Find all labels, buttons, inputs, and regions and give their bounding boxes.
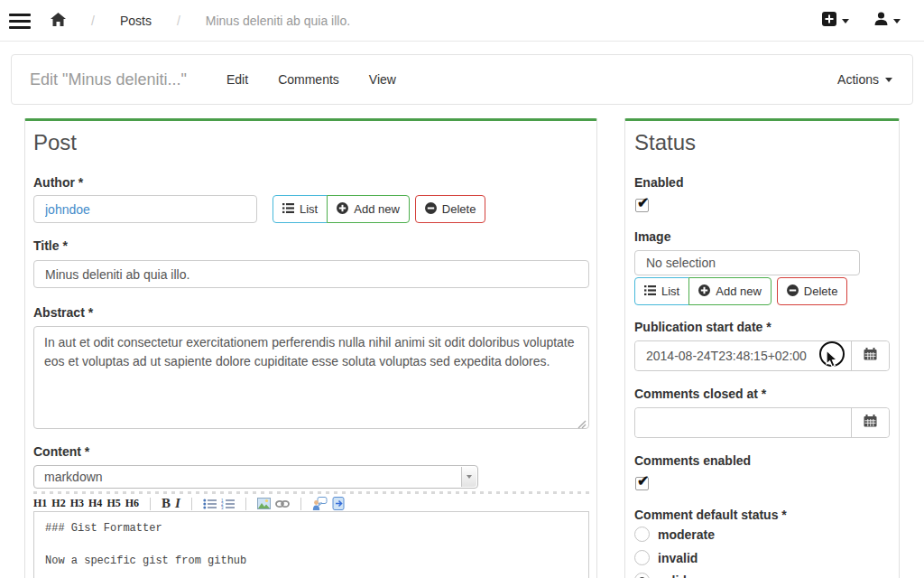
add-new-button-label: Add new: [716, 284, 762, 298]
plus-circle-icon: [698, 284, 710, 299]
radio-option-invalid[interactable]: invalid: [634, 550, 698, 565]
publication-start-date-label: Publication start date *: [634, 320, 772, 334]
markdown-toolbar: H1 H2 H3 H4 H5 H6 B I 123: [33, 496, 346, 511]
bullet-list-icon[interactable]: [203, 499, 217, 509]
home-icon[interactable]: [51, 13, 66, 30]
radio-option-moderate[interactable]: moderate: [634, 527, 715, 542]
heading2-button[interactable]: H2: [51, 497, 65, 510]
radio-option-valid[interactable]: valid: [634, 573, 687, 578]
radio-label: moderate: [658, 527, 715, 542]
breadcrumb-separator: /: [91, 14, 95, 28]
code-block-icon[interactable]: [332, 497, 346, 510]
tab-edit[interactable]: Edit: [226, 72, 248, 87]
radio-icon: [634, 527, 650, 542]
svg-text:3: 3: [221, 506, 224, 509]
image-list-button[interactable]: List: [634, 277, 689, 305]
abstract-field[interactable]: In aut et odit consectetur exercitatione…: [33, 326, 589, 429]
status-panel-title: Status: [634, 130, 696, 155]
toolbar-separator: [191, 498, 192, 510]
check-icon: ✔: [637, 472, 649, 489]
heading4-button[interactable]: H4: [88, 497, 102, 510]
select-arrow-icon: [461, 467, 476, 487]
toolbar-separator: [300, 498, 301, 510]
list-icon: [282, 202, 294, 216]
list-button-label: List: [661, 284, 679, 298]
breadcrumb: / Posts / Minus deleniti ab quia illo.: [0, 0, 350, 42]
post-panel-title: Post: [33, 130, 77, 155]
comments-closed-at-field[interactable]: [635, 408, 852, 437]
breadcrumb-separator: /: [177, 14, 180, 28]
user-icon: [874, 12, 888, 30]
author-list-button[interactable]: List: [273, 195, 328, 223]
publication-date-picker-button[interactable]: [851, 341, 889, 370]
check-icon: ✔: [637, 194, 649, 211]
author-add-new-button[interactable]: Add new: [327, 195, 410, 223]
tab-view[interactable]: View: [369, 72, 396, 87]
comments-enabled-label: Comments enabled: [634, 453, 751, 468]
header-tabs: Edit Comments View: [226, 72, 396, 87]
tab-comments[interactable]: Comments: [278, 72, 339, 87]
minus-circle-icon: [425, 202, 437, 217]
author-label: Author *: [33, 175, 83, 190]
editor-divider: [33, 491, 589, 494]
title-field[interactable]: [33, 260, 589, 288]
publication-start-date-group: [634, 340, 890, 371]
caret-down-icon: [885, 78, 892, 82]
comments-closed-at-group: [634, 407, 890, 438]
toolbar-separator: [245, 498, 246, 510]
menu-icon[interactable]: [9, 14, 31, 29]
insert-link-icon[interactable]: [275, 499, 290, 508]
title-label: Title *: [33, 238, 68, 253]
heading6-button[interactable]: H6: [125, 497, 139, 510]
toolbar-separator: [150, 498, 151, 510]
abstract-label: Abstract *: [33, 305, 93, 320]
breadcrumb-current-page: Minus deleniti ab quia illo.: [206, 14, 350, 28]
quote-user-icon[interactable]: [312, 497, 328, 510]
content-editor[interactable]: ### Gist Formatter Now a specific gist f…: [33, 511, 589, 578]
insert-image-icon[interactable]: [257, 498, 271, 509]
image-add-new-button[interactable]: Add new: [688, 277, 772, 305]
caret-down-icon: [842, 19, 849, 23]
content-format-value: markdown: [44, 470, 103, 484]
italic-button[interactable]: I: [175, 496, 180, 511]
plus-square-icon: [822, 12, 836, 30]
author-reference-buttons: List Add new Delete: [273, 195, 485, 223]
enabled-label: Enabled: [634, 175, 683, 190]
content-label: Content *: [33, 444, 89, 459]
status-form-panel: Status Enabled ✔ Image List Add new Dele…: [624, 118, 900, 578]
author-field[interactable]: [33, 195, 257, 223]
actions-label: Actions: [837, 72, 879, 87]
breadcrumb-posts-link[interactable]: Posts: [120, 14, 152, 28]
comments-enabled-checkbox[interactable]: ✔: [635, 477, 649, 490]
radio-label: invalid: [658, 551, 698, 565]
image-field[interactable]: [634, 250, 860, 275]
top-navbar: / Posts / Minus deleniti ab quia illo.: [0, 0, 924, 42]
delete-button-label: Delete: [804, 284, 838, 298]
heading1-button[interactable]: H1: [33, 497, 47, 510]
image-reference-buttons: List Add new Delete: [634, 277, 847, 305]
user-menu-button[interactable]: [874, 12, 901, 30]
heading5-button[interactable]: H5: [106, 497, 120, 510]
enabled-checkbox[interactable]: ✔: [635, 199, 649, 212]
comments-closed-at-label: Comments closed at *: [634, 387, 766, 401]
calendar-icon: [864, 348, 877, 364]
radio-label: valid: [658, 573, 687, 578]
bold-button[interactable]: B: [162, 496, 171, 511]
radio-icon: [634, 550, 650, 565]
heading3-button[interactable]: H3: [70, 497, 84, 510]
content-format-select[interactable]: markdown: [33, 465, 478, 489]
numbered-list-icon[interactable]: 123: [221, 499, 235, 509]
author-delete-button[interactable]: Delete: [415, 195, 486, 223]
comments-closed-date-picker-button[interactable]: [851, 408, 889, 437]
page-header: Edit "Minus deleniti..." Edit Comments V…: [11, 54, 913, 105]
create-menu-button[interactable]: [822, 12, 849, 30]
navbar-actions: [806, 0, 901, 42]
caret-down-icon: [893, 19, 901, 23]
delete-button-label: Delete: [442, 202, 476, 216]
list-icon: [644, 284, 656, 298]
image-delete-button[interactable]: Delete: [777, 277, 848, 305]
calendar-icon: [864, 415, 877, 431]
actions-dropdown[interactable]: Actions: [837, 72, 892, 87]
post-form-panel: Post Author * List Add new Delete Title …: [24, 118, 597, 578]
publication-start-date-field[interactable]: [635, 341, 852, 370]
